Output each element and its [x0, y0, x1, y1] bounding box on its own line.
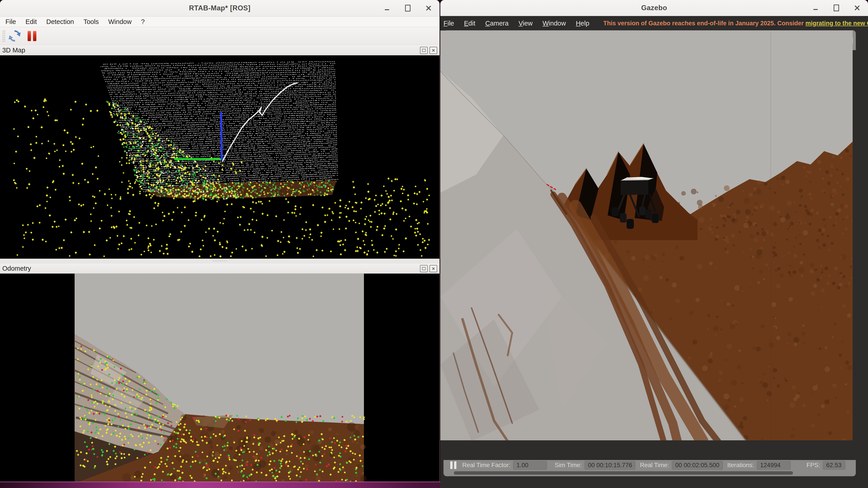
rtab-titlebar[interactable]: RTAB-Map* [ROS] [0, 0, 439, 17]
menu-file[interactable]: File [5, 18, 21, 26]
close-panel-button[interactable] [430, 47, 437, 54]
panel-title-odometry: Odometry [2, 265, 31, 272]
scrollbar-thumb[interactable] [454, 471, 793, 475]
iterations-value: 124994 [757, 461, 791, 470]
close-panel-button[interactable] [430, 265, 437, 272]
maximize-icon [834, 4, 839, 11]
panel-header-3d-map[interactable]: 3D Map [0, 45, 439, 55]
float-icon [422, 49, 426, 52]
close-icon [426, 5, 432, 11]
rtab-window-title: RTAB-Map* [ROS] [189, 4, 250, 12]
iterations-label: Iterations: [727, 462, 754, 469]
minimize-button[interactable] [382, 4, 392, 13]
gazebo-window-title: Gazebo [641, 4, 667, 12]
maximize-button[interactable] [403, 4, 412, 13]
menu-window[interactable]: Window [103, 18, 136, 26]
rtf-value: 1.00 [513, 461, 547, 470]
menu-tools[interactable]: Tools [79, 18, 103, 26]
menu-window[interactable]: Window [542, 20, 566, 27]
maximize-icon [405, 5, 410, 11]
fps-label: FPS: [807, 462, 820, 469]
gazebo-3d-viewport[interactable] [440, 31, 852, 440]
menu-detection[interactable]: Detection [41, 18, 79, 26]
minimize-button[interactable] [811, 3, 820, 12]
refresh-icon [9, 30, 21, 42]
panel-splitter[interactable] [0, 259, 439, 263]
gazebo-menubar: File Edit Camera View Window Help This v… [440, 16, 868, 31]
float-panel-button[interactable] [420, 47, 428, 54]
close-icon [432, 49, 435, 52]
rtab-menubar: File Edit Detection Tools Window ? [0, 17, 439, 27]
close-button[interactable] [852, 3, 862, 12]
rtab-map-window: RTAB-Map* [ROS] File Edit Detection Tool… [0, 0, 439, 482]
menu-edit[interactable]: Edit [21, 18, 41, 26]
menu-view[interactable]: View [519, 20, 532, 27]
menu-camera[interactable]: Camera [485, 20, 508, 27]
desktop-wallpaper [0, 482, 440, 488]
menu-edit[interactable]: Edit [464, 20, 475, 27]
fps-value: 62.53 [823, 461, 845, 470]
real-time-value: 00 00:02:05.500 [672, 461, 723, 470]
rtab-toolbar [0, 27, 439, 45]
sim-time-value: 00 00:10:15.776 [585, 461, 636, 470]
float-panel-button[interactable] [420, 265, 428, 272]
rtf-label: Real Time Factor: [462, 462, 510, 469]
gazebo-statusbar: Real Time Factor: 1.00 Sim Time: 00 00:1… [443, 460, 856, 476]
panel-title-3d-map: 3D Map [2, 46, 25, 54]
menu-help[interactable]: Help [576, 20, 589, 27]
close-icon [432, 267, 435, 270]
pause-detection-button[interactable] [26, 30, 38, 42]
pause-icon [28, 31, 36, 41]
close-button[interactable] [424, 4, 433, 13]
menu-file[interactable]: File [443, 20, 454, 27]
gazebo-titlebar[interactable]: Gazebo [440, 0, 868, 16]
sim-pause-button[interactable] [450, 461, 456, 469]
splitter-grip-icon [213, 260, 227, 262]
odometry-viewport[interactable] [0, 273, 439, 482]
migration-link[interactable]: migrating to the new G [805, 20, 868, 27]
close-icon [854, 5, 860, 11]
toolbar-drag-handle[interactable] [2, 30, 5, 42]
3d-map-viewport[interactable] [0, 55, 439, 259]
horizontal-scrollbar[interactable] [454, 471, 845, 475]
real-time-label: Real Time: [640, 462, 669, 469]
minimize-icon [385, 9, 389, 10]
float-icon [422, 267, 426, 270]
maximize-button[interactable] [832, 3, 841, 12]
gazebo-window: Gazebo File Edit Camera View Window Help… [440, 0, 868, 488]
panel-header-odometry[interactable]: Odometry [0, 263, 439, 273]
sim-time-label: Sim Time: [555, 462, 582, 469]
refresh-button[interactable] [8, 30, 21, 42]
minimize-icon [813, 9, 818, 10]
menu-help[interactable]: ? [136, 18, 149, 26]
eol-warning-text: This version of Gazebo reaches end-of-li… [603, 20, 868, 27]
